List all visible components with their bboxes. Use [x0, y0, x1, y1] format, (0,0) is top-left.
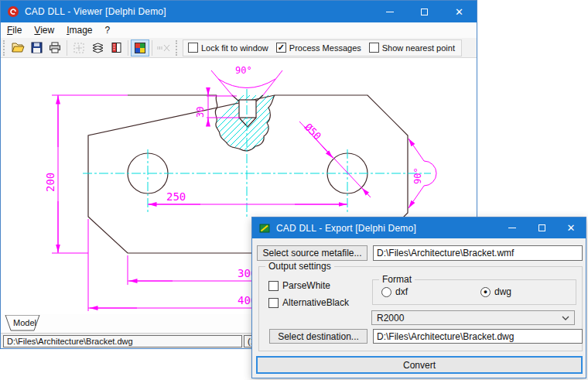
checkbox-box [188, 43, 198, 53]
radio-dot [381, 287, 391, 297]
lock-fit-checkbox[interactable]: Lock fit to window [188, 43, 268, 53]
radio-label: dwg [494, 286, 511, 297]
radio-label: dxf [395, 286, 408, 297]
destination-path-field[interactable]: D:\Files\Architecture\Bracket.dwg [373, 329, 583, 344]
toolbar-separator [67, 40, 67, 56]
save-icon [31, 42, 43, 53]
layers-button[interactable] [88, 39, 107, 56]
menu-help[interactable]: ? [99, 23, 117, 37]
toolbar-separator [152, 40, 152, 56]
print-button[interactable] [46, 39, 64, 56]
format-dxf-radio[interactable]: dxf [381, 286, 408, 297]
model-tab[interactable]: Model [5, 315, 40, 331]
color-mode-button[interactable] [131, 39, 149, 56]
dim-notch-angle: 90° [235, 65, 252, 76]
viewer-app-icon [7, 5, 19, 18]
format-label: Format [379, 274, 415, 285]
format-dwg-radio[interactable]: ● dwg [480, 286, 511, 297]
export-close-button[interactable]: ✕ [556, 217, 586, 238]
menu-file[interactable]: File [1, 23, 28, 37]
checkbox-box: ✓ [276, 43, 286, 53]
menu-view[interactable]: View [28, 23, 60, 37]
export-title: CAD DLL - Export [Delphi Demo] [276, 223, 497, 234]
section-hatch [183, 92, 340, 156]
centerlines [83, 89, 431, 217]
maximize-icon [538, 224, 545, 231]
chevron-down-icon [562, 316, 569, 320]
output-settings-label: Output settings [265, 261, 334, 272]
viewer-titlebar[interactable]: CAD DLL - Viewer [Delphi Demo] ✕ [1, 1, 477, 22]
dim-hole-diameter: Ø50 [303, 122, 323, 142]
toolbar: Lock fit to window ✓ Process Messages Sh… [1, 38, 477, 58]
fit-to-window-icon [73, 42, 85, 54]
export-maximize-button[interactable] [527, 217, 556, 238]
square-hole [239, 100, 256, 118]
viewer-maximize-button[interactable] [407, 1, 442, 22]
checkbox-box [369, 43, 379, 53]
toolbar-separator [128, 40, 128, 56]
viewer-close-button[interactable]: ✕ [442, 1, 477, 22]
process-messages-checkbox[interactable]: ✓ Process Messages [276, 43, 361, 53]
checkbox-label: Show nearest point [382, 43, 455, 53]
save-button[interactable] [27, 39, 46, 56]
dim-notch-depth: 30 [195, 107, 206, 118]
close-icon: ✕ [567, 223, 576, 233]
select-destination-button[interactable]: Select destination... [269, 329, 368, 344]
checkbox-label: ParseWhite [282, 280, 330, 291]
checkbox-label: Process Messages [289, 43, 361, 53]
checkbox-label: Lock fit to window [201, 43, 268, 53]
select-source-button[interactable]: Select source metafile... [257, 245, 368, 261]
show-nearest-point-checkbox[interactable]: Show nearest point [369, 43, 455, 53]
convert-button[interactable]: Convert [256, 356, 583, 374]
export-dialog: CAD DLL - Export [Delphi Demo] ✕ Select … [251, 217, 586, 378]
fit-to-window-button[interactable] [70, 39, 88, 56]
dim-side-angle: 90° [412, 167, 423, 184]
toolbar-options: Lock fit to window ✓ Process Messages Sh… [183, 39, 462, 56]
status-file-path: D:\Files\Architecture\Bracket.dwg [3, 335, 242, 347]
colors-icon [135, 43, 145, 53]
menu-image[interactable]: Image [60, 23, 98, 37]
checkbox-box [268, 281, 279, 291]
checkbox-label: AlternativeBlack [282, 297, 349, 308]
radio-dot: ● [480, 287, 491, 297]
alternativeblack-checkbox[interactable]: AlternativeBlack [268, 297, 349, 308]
version-dropdown[interactable]: R2000 [371, 310, 575, 325]
toolbar-grip[interactable] [176, 40, 179, 56]
export-minimize-button[interactable] [497, 217, 527, 238]
parsewhite-checkbox[interactable]: ParseWhite [268, 280, 330, 291]
export-app-icon [258, 222, 271, 235]
print-icon [49, 42, 61, 53]
viewer-minimize-button[interactable] [372, 1, 407, 22]
close-icon: ✕ [455, 7, 463, 17]
open-file-button[interactable] [9, 39, 27, 56]
toolbar-grip[interactable] [3, 40, 7, 56]
source-path-field[interactable]: D:\Files\Architecture\Bracket.wmf [373, 245, 583, 261]
layers-icon [91, 42, 104, 53]
menubar: File View Image ? [1, 22, 477, 38]
minimize-icon [386, 12, 394, 12]
minimize-icon [508, 228, 516, 228]
viewer-title: CAD DLL - Viewer [Delphi Demo] [25, 6, 372, 17]
maximize-icon [421, 9, 428, 15]
layouts-book-icon [111, 42, 122, 53]
model-tab-label: Model [13, 318, 36, 327]
desktop: CAD DLL - Viewer [Delphi Demo] ✕ File Vi… [0, 0, 588, 380]
dim-height: 200 [44, 173, 56, 192]
open-folder-icon [12, 42, 25, 53]
checkbox-box [268, 298, 279, 308]
dim-holes-distance: 250 [166, 190, 186, 203]
measure-icon [157, 43, 171, 53]
measure-button[interactable] [155, 39, 173, 56]
export-titlebar[interactable]: CAD DLL - Export [Delphi Demo] ✕ [252, 217, 586, 238]
version-value: R2000 [377, 313, 562, 324]
layouts-button[interactable] [107, 39, 125, 56]
